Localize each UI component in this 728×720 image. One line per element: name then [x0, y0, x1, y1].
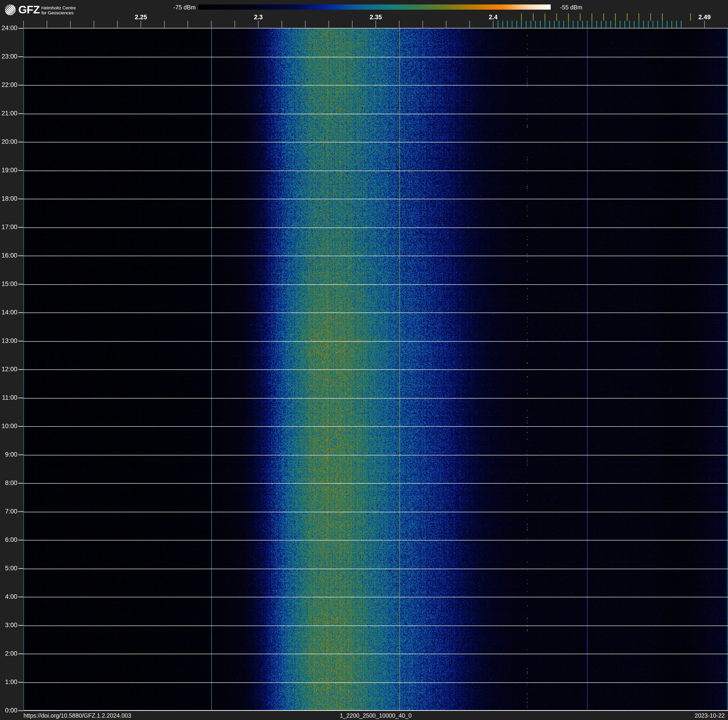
- time-tick-dash: [18, 398, 23, 398]
- time-tick-dash: [18, 227, 23, 228]
- ble-channel-tick: [620, 21, 621, 28]
- ble-channel-tick: [610, 21, 611, 28]
- gfz-logo-org-line2: for Geosciences: [41, 10, 73, 15]
- time-tick-dash: [18, 625, 23, 626]
- time-tick-dash: [18, 682, 23, 683]
- freq-tick: [399, 21, 399, 28]
- time-tick-dash: [18, 170, 23, 171]
- time-tick-dash: [18, 540, 23, 541]
- ble-channel-tick: [549, 21, 550, 28]
- time-tick-label: 4:00: [0, 593, 17, 601]
- freq-tick: [23, 21, 24, 28]
- time-tick-label: 2:00: [0, 650, 17, 657]
- freq-tick: [352, 21, 352, 28]
- time-tick-dash: [18, 710, 23, 711]
- ble-channel-tick: [601, 21, 602, 28]
- wifi-channel-tick: [533, 14, 534, 21]
- ble-channel-tick: [531, 21, 531, 28]
- ble-channel-tick: [592, 21, 592, 28]
- time-tick-label: 16:00: [0, 252, 17, 259]
- ble-channel-tick: [676, 21, 677, 28]
- wifi-channel-tick: [544, 14, 545, 21]
- gfz-logo-org-name: Helmholtz Centre for Geosciences: [41, 5, 76, 15]
- ble-channel-tick: [596, 21, 597, 28]
- freq-tick: [47, 21, 47, 28]
- doi-label: https://doi.org/10.5880/GFZ.1.2.2024.003: [23, 712, 131, 719]
- time-tick-label: 23:00: [0, 53, 17, 60]
- time-tick-label: 17:00: [0, 224, 17, 231]
- freq-tick: [211, 21, 212, 28]
- freq-tick: [258, 21, 258, 28]
- ble-channel-tick: [516, 21, 517, 28]
- ble-channel-tick: [624, 21, 625, 28]
- wifi-channel-tick: [639, 14, 639, 21]
- freq-tick: [164, 21, 165, 28]
- time-tick-dash: [18, 284, 23, 285]
- time-tick-dash: [18, 568, 23, 569]
- ble-channel-tick: [512, 21, 512, 28]
- wifi-channel-tick: [690, 14, 691, 21]
- gfz-logo-acronym: GFZ: [18, 4, 40, 15]
- freq-tick-label: 2.4: [489, 14, 498, 21]
- wifi-channel-tick: [662, 14, 663, 21]
- ble-channel-tick: [653, 21, 653, 28]
- freq-tick: [70, 21, 71, 28]
- time-tick-label: 3:00: [0, 622, 17, 629]
- wifi-channel-tick: [603, 14, 604, 21]
- wifi-channel-tick: [615, 14, 616, 21]
- ble-channel-tick: [629, 21, 630, 28]
- freq-tick: [305, 21, 306, 28]
- time-tick-label: 15:00: [0, 280, 17, 288]
- ble-channel-tick: [498, 21, 498, 28]
- freq-tick: [329, 21, 329, 28]
- ble-channel-tick: [648, 21, 648, 28]
- time-tick-label: 11:00: [0, 394, 17, 401]
- time-tick-dash: [18, 341, 23, 342]
- gfz-logo-org-line1: Helmholtz Centre: [41, 5, 76, 10]
- wifi-channel-tick: [521, 14, 522, 21]
- ble-channel-tick: [606, 21, 606, 28]
- freq-tick: [281, 21, 282, 28]
- time-tick-label: 0:00: [0, 707, 17, 714]
- ble-channel-tick: [535, 21, 536, 28]
- freq-tick-label: 2.35: [370, 14, 382, 21]
- wifi-channel-tick: [568, 14, 569, 21]
- ble-channel-tick: [573, 21, 574, 28]
- time-tick-dash: [18, 654, 23, 654]
- freq-tick-label: 2.49: [698, 14, 711, 21]
- wifi-channel-tick: [650, 14, 651, 21]
- time-tick-dash: [18, 597, 23, 597]
- time-tick-label: 20:00: [0, 138, 17, 146]
- time-tick-label: 1:00: [0, 679, 17, 686]
- dataset-label: 1_2200_2500_10000_40_0: [340, 712, 412, 719]
- plot-bottom-border: [23, 710, 728, 711]
- wifi-channel-tick: [556, 14, 557, 21]
- time-tick-dash: [18, 57, 23, 57]
- time-tick-dash: [18, 199, 23, 199]
- freq-tick-label: 2.3: [254, 14, 263, 21]
- freq-tick: [422, 21, 423, 28]
- time-tick-label: 21:00: [0, 110, 17, 117]
- freq-tick: [446, 21, 447, 28]
- time-tick-dash: [18, 256, 23, 256]
- wifi-channel-tick: [580, 14, 581, 21]
- time-tick-dash: [18, 426, 23, 427]
- time-tick-dash: [18, 85, 23, 86]
- ble-channel-tick: [540, 21, 541, 28]
- freq-tick: [376, 21, 376, 28]
- ble-channel-tick: [521, 21, 522, 28]
- ble-channel-tick: [568, 21, 569, 28]
- freq-tick: [141, 21, 141, 28]
- wifi-channel-tick: [627, 14, 627, 21]
- time-tick-label: 12:00: [0, 366, 17, 373]
- ble-channel-tick: [681, 21, 682, 28]
- ble-channel-tick: [639, 21, 639, 28]
- freq-tick: [704, 21, 705, 28]
- plot-top-border: [23, 28, 728, 28]
- time-tick-dash: [18, 142, 23, 142]
- ble-channel-tick: [563, 21, 564, 28]
- time-tick-label: 10:00: [0, 423, 17, 430]
- time-tick-label: 19:00: [0, 167, 17, 174]
- time-tick-dash: [18, 28, 23, 29]
- freq-tick: [493, 21, 493, 28]
